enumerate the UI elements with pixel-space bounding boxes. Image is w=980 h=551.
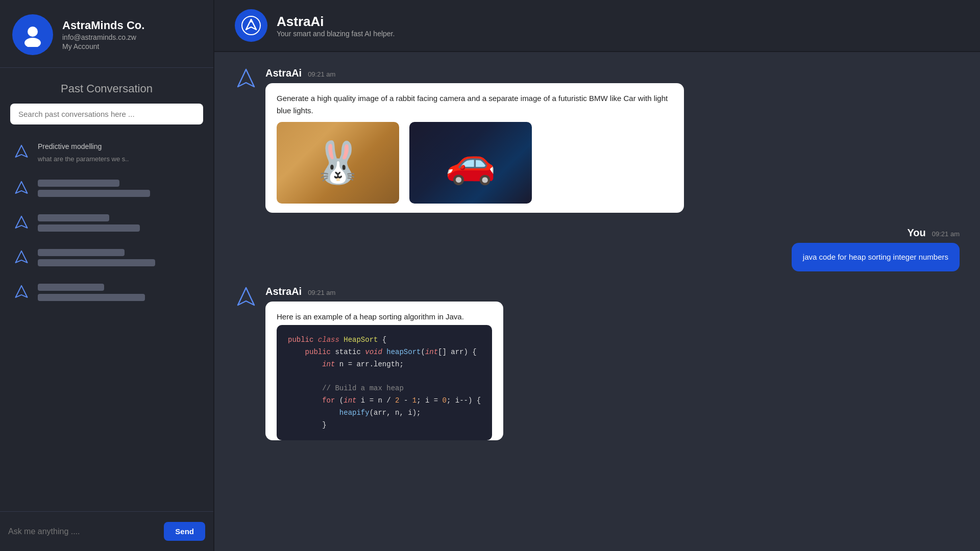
svg-marker-11 xyxy=(238,288,254,305)
msg-bubble: Generate a high quality image of a rabbi… xyxy=(265,83,684,213)
list-item[interactable] xyxy=(4,241,209,274)
msg-time: 09:21 am xyxy=(308,289,335,296)
image-row xyxy=(277,122,673,204)
msg-sender: AstraAi xyxy=(265,67,302,79)
astra-icon xyxy=(12,143,31,161)
msg-text: Generate a high quality image of a rabbi… xyxy=(277,94,668,115)
astra-icon xyxy=(12,248,31,267)
astra-icon xyxy=(12,283,31,302)
placeholder-line xyxy=(38,294,145,301)
user-email: info@astraminds.co.zw xyxy=(62,33,144,41)
placeholder-line xyxy=(38,214,109,221)
code-line: for (int i = n / 2 - 1; i = 0; i--) { xyxy=(288,395,481,407)
past-conv-title: Past Conversation xyxy=(0,68,213,104)
sidebar-header: AstraMinds Co. info@astraminds.co.zw My … xyxy=(0,0,213,68)
svg-marker-4 xyxy=(16,216,28,228)
user-bubble: java code for heap sorting integer numbe… xyxy=(792,243,960,271)
car-image xyxy=(409,122,532,204)
sidebar: AstraMinds Co. info@astraminds.co.zw My … xyxy=(0,0,214,551)
svg-marker-10 xyxy=(238,69,254,87)
ai-message-2: AstraAi 09:21 am Here is an example of a… xyxy=(235,286,960,440)
msg-time: 09:21 am xyxy=(932,230,960,238)
msg-sender: AstraAi xyxy=(265,286,302,297)
code-line: heapify(arr, n, i); xyxy=(288,407,481,419)
placeholder-line xyxy=(38,180,119,187)
list-item[interactable]: Predictive modelling what are the parame… xyxy=(4,135,209,170)
astra-icon xyxy=(12,214,31,232)
svg-marker-2 xyxy=(16,145,28,157)
ai-message-1: AstraAi 09:21 am Generate a high quality… xyxy=(235,67,960,213)
placeholder-line xyxy=(38,190,150,197)
rabbit-image xyxy=(277,122,399,204)
search-input[interactable] xyxy=(10,104,203,124)
placeholder-line xyxy=(38,249,125,256)
code-block: public class HeapSort { public static vo… xyxy=(277,325,492,440)
chat-header: AstraAi Your smart and blazing fast AI h… xyxy=(214,0,980,52)
code-line: int n = arr.length; xyxy=(288,359,481,371)
list-item[interactable] xyxy=(4,172,209,205)
svg-marker-3 xyxy=(16,182,28,193)
ai-name: AstraAi xyxy=(277,14,395,30)
ai-logo xyxy=(235,9,267,42)
code-line: } xyxy=(288,419,481,432)
ai-message-icon xyxy=(235,67,257,90)
company-name: AstraMinds Co. xyxy=(62,19,144,32)
svg-marker-6 xyxy=(16,286,28,297)
ai-header-info: AstraAi Your smart and blazing fast AI h… xyxy=(277,14,395,38)
placeholder-line xyxy=(38,259,155,266)
msg-text: java code for heap sorting integer numbe… xyxy=(803,253,948,261)
svg-point-1 xyxy=(24,38,41,47)
code-line: // Build a max heap xyxy=(288,383,481,395)
svg-point-0 xyxy=(28,27,38,37)
msg-sender: You xyxy=(908,227,926,239)
msg-time: 09:21 am xyxy=(308,70,335,78)
user-message-1: You 09:21 am java code for heap sorting … xyxy=(235,227,960,271)
list-item[interactable] xyxy=(4,276,209,309)
code-line: public class HeapSort { xyxy=(288,334,481,346)
avatar xyxy=(12,14,53,55)
user-info: AstraMinds Co. info@astraminds.co.zw My … xyxy=(62,19,144,51)
svg-marker-5 xyxy=(16,251,28,263)
ai-message-icon xyxy=(235,286,257,308)
my-account-link[interactable]: My Account xyxy=(62,42,144,51)
ai-subtitle: Your smart and blazing fast AI helper. xyxy=(277,30,395,38)
msg-bubble: Here is an example of a heap sorting alg… xyxy=(265,302,503,440)
conv-subtitle: what are the parameters we s.. xyxy=(38,155,201,163)
msg-text: Here is an example of a heap sorting alg… xyxy=(277,312,464,321)
chat-input-area: Send xyxy=(0,511,213,551)
send-button[interactable]: Send xyxy=(164,522,205,541)
astra-icon xyxy=(12,179,31,197)
main-chat: AstraAi Your smart and blazing fast AI h… xyxy=(214,0,980,551)
list-item[interactable] xyxy=(4,207,209,239)
placeholder-line xyxy=(38,224,140,232)
conversation-list: Predictive modelling what are the parame… xyxy=(0,135,213,511)
placeholder-line xyxy=(38,284,104,291)
svg-point-9 xyxy=(250,20,252,22)
conv-title: Predictive modelling xyxy=(38,142,201,152)
code-line: public static void heapSort(int[] arr) { xyxy=(288,346,481,359)
ask-input[interactable] xyxy=(8,527,159,536)
chat-messages: AstraAi 09:21 am Generate a high quality… xyxy=(214,52,980,551)
